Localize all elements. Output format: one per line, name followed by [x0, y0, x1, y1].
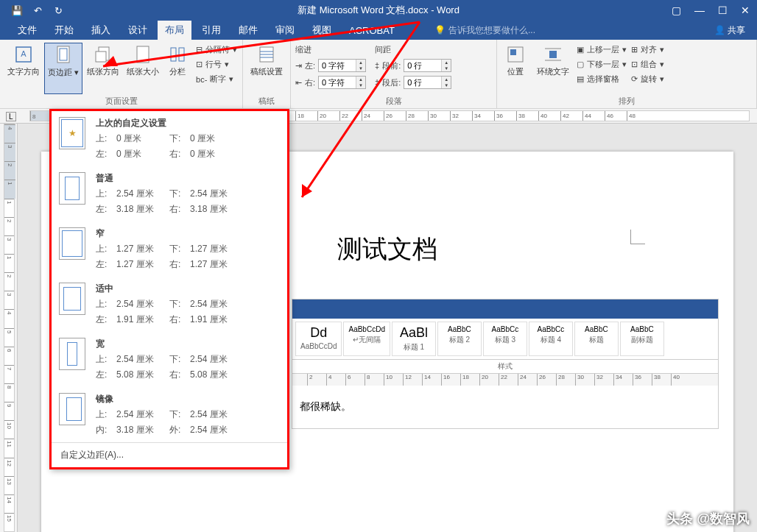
svg-marker-19	[103, 56, 118, 66]
wrap-icon	[543, 44, 563, 65]
emb-ruler-tick: 32	[594, 374, 613, 386]
undo-icon[interactable]: ↶	[32, 5, 43, 15]
style-box[interactable]: AaBbCc标题 3	[483, 322, 527, 356]
margin-option[interactable]: 宽 上:2.54 厘米下:2.54 厘米 左:5.08 厘米右:5.08 厘米	[52, 332, 287, 387]
align-button[interactable]: ⊞ 对齐 ▾	[631, 43, 664, 57]
text-direction-button[interactable]: A 文字方向	[4, 43, 43, 94]
style-box[interactable]: AaBbC标题	[574, 322, 619, 356]
send-backward-button[interactable]: ▢ 下移一层 ▾	[577, 57, 627, 71]
ribbon-options-icon[interactable]: ▢	[672, 4, 681, 16]
emb-ruler-tick: 8	[365, 374, 384, 386]
minimize-icon[interactable]: —	[694, 4, 705, 16]
page-corner-mark	[630, 230, 645, 244]
share-button[interactable]: 👤 共享	[714, 24, 745, 37]
spacing-after-up[interactable]: ▲	[442, 77, 451, 82]
emb-ruler-tick: 22	[499, 374, 518, 386]
style-box[interactable]: AaBbCcDd↵无间隔	[343, 322, 390, 356]
ruler-v-tick: 8	[4, 383, 14, 402]
ruler-v-tick: 3	[4, 143, 15, 161]
embedded-text: 都很稀缺。	[292, 386, 718, 428]
ruler-v-tick: 12	[4, 458, 14, 476]
ruler-v-tick: 9	[4, 402, 14, 420]
l-marker: L	[6, 112, 16, 121]
emb-ruler-tick: 24	[518, 374, 537, 386]
ruler-tick: 44	[582, 111, 605, 121]
emb-ruler-tick: 18	[460, 374, 479, 386]
ruler-tick: 42	[560, 111, 582, 121]
ruler-tick: 48	[627, 111, 649, 121]
custom-margins-button[interactable]: 自定义边距(A)...	[52, 442, 287, 467]
rotate-button[interactable]: ⟳ 旋转 ▾	[631, 72, 664, 86]
emb-ruler-tick: 20	[479, 374, 499, 386]
group-button[interactable]: ⊡ 组合 ▾	[631, 57, 664, 71]
svg-line-18	[103, 22, 420, 66]
ruler-tick: 38	[516, 111, 538, 121]
ruler-tick: 36	[494, 111, 516, 121]
emb-ruler-tick: 6	[345, 374, 365, 386]
style-box[interactable]: DdAaBbCcDd	[295, 322, 342, 356]
style-box[interactable]: AaBbC标题 2	[437, 322, 482, 356]
emb-ruler-tick: 12	[403, 374, 422, 386]
ruler-v-tick: 5	[4, 328, 14, 347]
svg-rect-15	[549, 51, 557, 58]
ruler-v-tick: 2	[4, 272, 14, 291]
margin-option[interactable]: 镜像 上:2.54 厘米下:2.54 厘米 内:3.18 厘米外:2.54 厘米	[52, 387, 287, 442]
vertical-ruler: 4321123123456789101112131415	[0, 124, 18, 532]
tell-me[interactable]: 💡告诉我您想要做什么...	[434, 24, 535, 37]
ruler-tick: 46	[605, 111, 627, 121]
emb-ruler-tick: 30	[575, 374, 594, 386]
arrange-group-label: 排列	[501, 96, 752, 107]
emb-ruler-tick: 2	[307, 374, 326, 386]
style-box[interactable]: AaBl标题 1	[392, 322, 436, 356]
margins-icon	[53, 45, 74, 65]
text-direction-icon: A	[13, 44, 34, 65]
position-button[interactable]: 位置	[501, 43, 529, 86]
style-box[interactable]: AaBbC副标题	[620, 322, 664, 356]
ruler-v-tick: 1	[4, 199, 14, 217]
svg-rect-14	[510, 49, 516, 55]
ruler-v-tick: 14	[4, 494, 14, 513]
emb-ruler-tick: 34	[613, 374, 633, 386]
emb-ruler-tick: 4	[326, 374, 345, 386]
embedded-screenshot: DdAaBbCcDdAaBbCcDd↵无间隔AaBl标题 1AaBbC标题 2A…	[292, 299, 719, 429]
ruler-v-tick: 4	[4, 124, 15, 143]
svg-line-20	[302, 22, 420, 197]
ruler-v-tick: 11	[4, 439, 14, 457]
emb-ruler-tick: 36	[633, 374, 652, 386]
bring-forward-button[interactable]: ▣ 上移一层 ▾	[577, 43, 627, 57]
position-icon	[505, 44, 526, 65]
emb-ruler-tick: 14	[422, 374, 441, 386]
ruler-v-tick: 1	[4, 180, 15, 198]
ruler-v-tick: 15	[4, 513, 14, 531]
ruler-v-tick: 2	[4, 161, 15, 180]
emb-ruler-tick: 38	[652, 374, 671, 386]
annotation-arrow-1	[74, 15, 442, 206]
save-icon[interactable]: 💾	[12, 5, 22, 15]
ruler-tick: 34	[472, 111, 494, 121]
redo-icon[interactable]: ↻	[53, 5, 63, 15]
selection-pane-button[interactable]: ▤ 选择窗格	[577, 72, 627, 86]
style-box[interactable]: AaBbCc标题 4	[529, 322, 573, 356]
spacing-before-down[interactable]: ▼	[442, 65, 451, 71]
ruler-v-tick: 10	[4, 420, 14, 439]
ruler-v-tick: 2	[4, 217, 14, 235]
svg-text:A: A	[21, 49, 27, 58]
spacing-after-down[interactable]: ▼	[442, 82, 451, 88]
ruler-v-tick: 3	[4, 235, 14, 254]
ruler-v-tick: 6	[4, 347, 14, 365]
margin-option[interactable]: 适中 上:2.54 厘米下:2.54 厘米 左:1.91 厘米右:1.91 厘米	[52, 277, 287, 332]
embedded-titlebar	[292, 299, 718, 319]
tab-file[interactable]: 文件	[10, 21, 44, 40]
ruler-v-tick: 1	[4, 254, 14, 272]
emb-ruler-tick: 16	[441, 374, 460, 386]
spacing-before-up[interactable]: ▲	[442, 60, 451, 65]
emb-ruler-tick: 28	[556, 374, 575, 386]
maximize-icon[interactable]: ☐	[718, 4, 728, 16]
ruler-v-tick: 4	[4, 309, 14, 327]
emb-ruler-tick: 40	[671, 374, 690, 386]
ruler-tick: 40	[538, 111, 560, 121]
wrap-text-button[interactable]: 环绕文字	[534, 43, 572, 86]
ruler-v-tick: 7	[4, 365, 14, 383]
margin-option[interactable]: 窄 上:1.27 厘米下:1.27 厘米 左:1.27 厘米右:1.27 厘米	[52, 221, 287, 277]
close-icon[interactable]: ✕	[741, 4, 750, 16]
